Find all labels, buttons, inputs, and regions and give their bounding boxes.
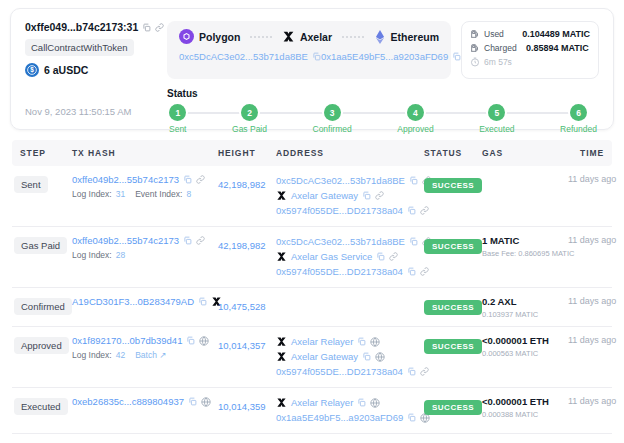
meta-value-link[interactable]: 31 — [116, 189, 125, 199]
copy-icon[interactable] — [142, 23, 151, 32]
block-height-link[interactable]: 10,475,528 — [218, 301, 266, 312]
step-number: 5 — [488, 104, 505, 121]
elapsed-time: 6m 57s — [484, 57, 512, 67]
globe-icon[interactable] — [370, 337, 380, 347]
tx-hash-line: 0xffe049b2...55b74c2173 — [72, 174, 210, 185]
address-link[interactable]: 0x5974f055DE...DD21738a04 — [276, 204, 403, 217]
copy-icon[interactable] — [362, 352, 371, 361]
tx-hash-link[interactable]: 0x1f892170...0b7db39d41 — [72, 335, 182, 346]
transaction-id[interactable]: 0xffe049...b74c2173:31 — [25, 21, 138, 33]
copy-icon[interactable] — [186, 336, 195, 345]
address-link[interactable]: 0xc5DcAC3e02...53b71da8BE — [276, 235, 405, 248]
external-link-icon[interactable] — [155, 23, 164, 32]
globe-icon[interactable] — [199, 336, 209, 346]
gas-used-label: Used — [484, 29, 518, 39]
table-row-executed: Executed 0xeb26835c...c889804937 10,014,… — [12, 388, 612, 434]
address-link[interactable]: 0x1aa5E49bF5...a9203aFD69 — [276, 411, 403, 424]
source-chain-name: Polygon — [199, 31, 240, 43]
external-link-icon[interactable] — [420, 206, 429, 215]
ethereum-icon — [374, 30, 386, 44]
copy-icon[interactable] — [376, 252, 385, 261]
meta-value-link[interactable]: 8 — [186, 189, 191, 199]
block-height-link[interactable]: 42,198,982 — [218, 179, 266, 190]
tx-hash-link[interactable]: 0xeb26835c...c889804937 — [72, 396, 184, 407]
tx-hash-line: 0xeb26835c...c889804937 — [72, 396, 210, 407]
gas-amount-converted: 0.000388 MATIC — [482, 410, 560, 419]
table-row-approved: Approved 0x1f892170...0b7db39d41 Log Ind… — [12, 327, 612, 388]
external-link-icon[interactable] — [420, 367, 429, 376]
globe-icon[interactable] — [375, 352, 385, 362]
header-row: STEPTX HASHHEIGHTADDRESSSTATUSGASTIME — [12, 140, 612, 166]
copy-icon[interactable] — [452, 52, 461, 61]
contract-link[interactable]: Axelar Gas Service — [291, 250, 372, 263]
clock-icon — [470, 57, 480, 67]
table-row-refunded: Refunded 0x5ebc39ac...331df8523c 42,199,… — [12, 434, 612, 443]
contract-link[interactable]: Axelar Relayer — [291, 396, 353, 409]
copy-icon[interactable] — [407, 267, 416, 276]
meta-value-link[interactable]: 42 — [116, 350, 125, 360]
copy-icon[interactable] — [188, 397, 197, 406]
address-link[interactable]: 0x5974f055DE...DD21738a04 — [276, 265, 403, 278]
transaction-summary-left: 0xffe049...b74c2173:31 CallContractWithT… — [25, 21, 153, 117]
contract-link[interactable]: Axelar Gateway — [291, 350, 358, 363]
copy-icon[interactable] — [183, 236, 192, 245]
status-step-gas-paid: 2 Gas Paid — [232, 104, 267, 134]
time-ago: 11 days ago — [564, 166, 612, 227]
block-height-link[interactable]: 10,014,359 — [218, 401, 266, 412]
status-step-sent: 1 Sent — [169, 104, 187, 134]
axelar-icon — [276, 336, 287, 347]
usdc-token-icon: $ — [25, 63, 39, 77]
globe-icon[interactable] — [370, 398, 380, 408]
tx-hash-link[interactable]: 0xffe049b2...55b74c2173 — [72, 235, 179, 246]
status-badge: SUCCESS — [424, 178, 482, 193]
tx-hash-link[interactable]: A19CD301F3...0B283479AD — [72, 296, 194, 307]
gmp-steps-table: STEPTX HASHHEIGHTADDRESSSTATUSGASTIME Se… — [12, 140, 612, 443]
copy-icon[interactable] — [198, 297, 207, 306]
source-address-link[interactable]: 0xc5DcAC3e02...53b71da8BE — [179, 51, 308, 62]
gas-pump-icon — [470, 29, 480, 39]
destination-chain-name: Ethereum — [391, 31, 439, 43]
globe-icon[interactable] — [201, 397, 211, 407]
column-header-tx-hash: TX HASH — [68, 140, 214, 166]
address-link[interactable]: 0x5974f055DE...DD21738a04 — [276, 365, 403, 378]
copy-icon[interactable] — [409, 237, 418, 246]
bridge-chain: Axelar — [282, 30, 332, 43]
copy-icon[interactable] — [409, 176, 418, 185]
address-line: 0xc5DcAC3e02...53b71da8BE — [276, 235, 416, 248]
external-link-icon[interactable] — [196, 236, 205, 245]
column-header-time: TIME — [564, 140, 612, 166]
destination-address-link[interactable]: 0x1aa5E49bF5...a9203aFD69 — [321, 51, 448, 62]
block-height-link[interactable]: 10,014,357 — [218, 340, 266, 351]
time-ago: 11 days ago — [564, 327, 612, 388]
block-height-link[interactable]: 42,198,982 — [218, 240, 266, 251]
external-link-icon[interactable] — [389, 252, 398, 261]
tx-meta: Log Index:31Event Index:8 — [72, 189, 210, 199]
copy-icon[interactable] — [357, 337, 366, 346]
step-badge: Gas Paid — [14, 237, 67, 254]
step-badge: Approved — [14, 337, 69, 354]
meta-value-link[interactable]: 28 — [116, 250, 125, 260]
contract-link[interactable]: Axelar Gateway — [291, 189, 358, 202]
column-header-step: STEP — [12, 140, 68, 166]
copy-icon[interactable] — [362, 191, 371, 200]
external-link-icon[interactable] — [375, 191, 384, 200]
external-link-icon[interactable] — [196, 175, 205, 184]
copy-icon[interactable] — [183, 175, 192, 184]
address-link[interactable]: 0xc5DcAC3e02...53b71da8BE — [276, 174, 405, 187]
copy-icon[interactable] — [407, 206, 416, 215]
copy-icon[interactable] — [357, 398, 366, 407]
copy-icon[interactable] — [312, 52, 321, 61]
meta-label: Event Index: — [135, 189, 182, 199]
copy-icon[interactable] — [407, 367, 416, 376]
contract-link[interactable]: Axelar Relayer — [291, 335, 353, 348]
status-step-refunded: 6 Refunded — [560, 104, 597, 134]
source-address-item: 0xc5DcAC3e02...53b71da8BE — [179, 51, 321, 62]
meta-value-link[interactable]: Batch ↗ — [135, 350, 166, 360]
external-link-icon[interactable] — [420, 267, 429, 276]
time-ago: 11 days ago — [564, 388, 612, 434]
step-badge: Sent — [14, 176, 48, 193]
token-amount: $ 6 aUSDC — [25, 63, 153, 77]
svg-text:$: $ — [30, 66, 34, 74]
copy-icon[interactable] — [407, 413, 416, 422]
tx-hash-link[interactable]: 0xffe049b2...55b74c2173 — [72, 174, 179, 185]
